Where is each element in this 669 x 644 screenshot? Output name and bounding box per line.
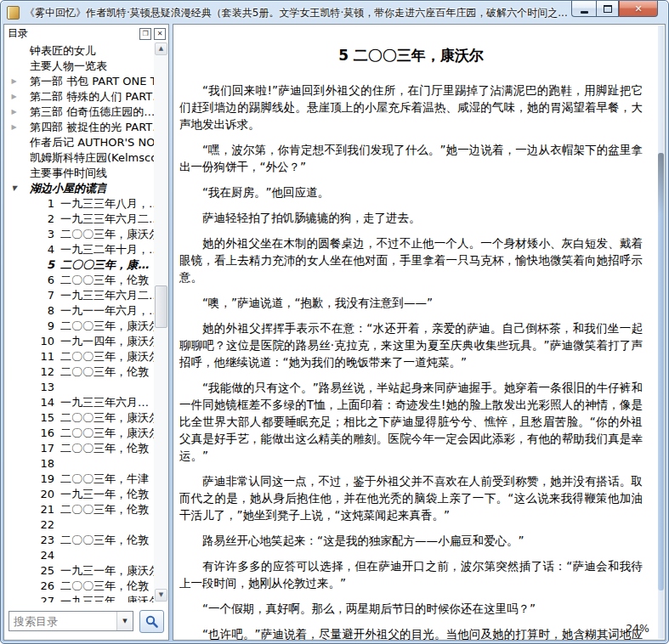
toc-item-number: 20 <box>20 487 54 502</box>
toc-item-number: 12 <box>20 364 54 380</box>
paragraph: 萨迪非常认同这一点，不过，鉴于外祖父并不喜欢在人前受到称赞，她并没有搭话。取而代… <box>179 472 643 523</box>
toc-item-number: 11 <box>20 349 54 364</box>
toc-item[interactable]: 12二〇〇三年，伦敦 <box>4 364 155 380</box>
toc-item[interactable]: 6二〇〇三年，伦敦 <box>4 273 155 288</box>
maximize-button[interactable] <box>596 0 619 17</box>
search-icon <box>145 614 159 629</box>
paragraph: 路易丝开心地笑起来：“这是我的独家配方——小扁豆和爱心。” <box>179 532 643 549</box>
toc-item[interactable]: 5二〇〇三年，康… <box>4 257 155 273</box>
toc-item-label: 二〇〇三年，康沃尔 <box>60 349 155 364</box>
chevron-down-icon[interactable]: ▼ <box>9 181 20 196</box>
toc-item[interactable]: 主要人物一览表 <box>4 59 155 74</box>
toc-item[interactable]: 22 <box>4 517 155 533</box>
toc-item-number: 22 <box>20 517 54 533</box>
reading-progress: 24% <box>626 622 649 635</box>
paragraph: “我在厨房。”他回应道。 <box>179 184 643 201</box>
paragraph: “一个假期，真好啊。那么，两星期后节日的时候你还在这里吗？” <box>179 600 643 617</box>
minimize-button[interactable] <box>571 0 596 17</box>
toc-item[interactable]: ▶第一部 书包 PART ONE T… <box>4 74 155 89</box>
toc-scrollbar[interactable]: ▲ ▼ <box>154 42 168 602</box>
toc-item[interactable]: 26二〇〇三年，伦敦 <box>4 579 155 594</box>
content-scrollbar[interactable] <box>658 25 664 639</box>
content-scrollbar-thumb[interactable] <box>658 153 664 590</box>
chevron-right-icon[interactable]: ▶ <box>9 89 20 105</box>
toc-item[interactable]: 15二〇〇三年，康沃尔 <box>4 410 155 426</box>
paragraph: 有许许多多的应答可以选择，但在萨迪开口之前，波尔第突然插了话：“萨迪会和我待上一… <box>179 557 643 591</box>
toc-item[interactable]: 18 <box>4 456 155 472</box>
toc-item[interactable]: 9二〇〇三年，康沃尔 <box>4 319 155 334</box>
paragraph: “我能做的只有这个。”路易丝说，半站起身来同萨迪握手。她穿着一条很旧的牛仔裤和一… <box>179 379 643 464</box>
toc-item[interactable]: 7一九三三年六月二… <box>4 288 155 303</box>
scroll-down-icon[interactable]: ▼ <box>155 589 167 602</box>
toc-item-number: 26 <box>20 579 54 594</box>
toc-item-number: 6 <box>20 273 54 288</box>
toc-item[interactable]: 16二〇〇三年，康沃尔 <box>4 426 155 441</box>
search-combobox[interactable]: ▼ <box>9 611 133 631</box>
search-button[interactable] <box>139 610 164 633</box>
toc-item-number: 15 <box>20 410 54 426</box>
chevron-right-icon[interactable]: ▶ <box>9 74 20 89</box>
toc-item[interactable]: 作者后记 AUTHOR'S NOTE <box>4 135 155 150</box>
toc-item[interactable]: ▶第四部 被捉住的光 PART… <box>4 120 155 135</box>
toc-item[interactable]: 凯姆斯科特庄园(Kelmsco… <box>4 150 155 166</box>
toc-item[interactable]: 19二〇〇三年，牛津 <box>4 472 155 487</box>
toc-item[interactable]: 10一九一四年，康沃尔 <box>4 334 155 349</box>
toc-item[interactable]: ▼湖边小屋的谎言 <box>4 181 155 196</box>
book-icon <box>7 6 20 20</box>
scrollbar-thumb[interactable] <box>155 285 167 328</box>
toc-item[interactable]: 20一九三一年，伦敦 <box>4 487 155 502</box>
toc-item-label: 一九三三年八月，… <box>60 196 155 212</box>
chevron-right-icon[interactable]: ▶ <box>9 120 20 135</box>
close-panel-button[interactable]: ✕ <box>154 28 166 40</box>
close-icon: ✕ <box>634 4 642 14</box>
toc-item[interactable]: 2一九三三年六月二… <box>4 212 155 227</box>
maximize-icon <box>604 5 612 13</box>
toc-item-number: 1 <box>20 196 54 212</box>
toc-panel: 目录 ❐ ✕ 钟表匠的女儿主要人物一览表▶第一部 书包 PART ONE T…▶… <box>3 24 169 641</box>
window-title: 《雾中回忆》作者凯特·莫顿悬疑浪漫经典（套装共5册。文学女王凯特·莫顿，带你走进… <box>25 6 568 20</box>
scroll-up-icon[interactable]: ▲ <box>155 42 167 55</box>
window-controls: ✕ <box>571 0 658 17</box>
toc-item-label: 一九三三年六月二… <box>60 288 155 303</box>
toc-item[interactable]: 11二〇〇三年，康沃尔 <box>4 349 155 364</box>
toc-item[interactable]: 17二〇〇三年，伦敦 <box>4 441 155 456</box>
toc-item[interactable]: 21二〇〇三年，伦敦 <box>4 502 155 517</box>
dropdown-arrow-icon[interactable]: ▼ <box>116 612 133 630</box>
toc-item-label: 一九三三年，康沃尔 <box>60 594 155 602</box>
toc-item-number: 16 <box>20 426 54 441</box>
content-scrollbar-shade <box>658 153 664 214</box>
search-row: ▼ <box>4 602 168 640</box>
toc-item[interactable]: 4一九三二年十月，… <box>4 242 155 257</box>
toc-item-label: 一九三一年，康沃尔 <box>60 563 155 579</box>
search-input[interactable] <box>9 612 116 630</box>
toc-item[interactable]: ▶第三部 伯奇伍德庄园的… <box>4 105 155 120</box>
paragraph: “噢，”萨迪说道，“抱歉，我没有注意到——” <box>179 294 643 311</box>
toc-item[interactable]: 钟表匠的女儿 <box>4 43 155 59</box>
toc-item-label: 一九三一年，伦敦 <box>60 487 149 502</box>
toc-item[interactable]: 8一九一一年六月，… <box>4 303 155 319</box>
toc-item[interactable]: 主要事件时间线 <box>4 166 155 181</box>
toc-item-label: 凯姆斯科特庄园(Kelmsco… <box>30 150 155 166</box>
toc-item-number: 3 <box>20 227 54 242</box>
toc-item[interactable]: 13 <box>4 380 155 395</box>
toc-item-label: 二〇〇三年，伦敦 <box>60 579 149 594</box>
chapter-text: “我们回来啦!”萨迪回到外祖父的住所，在门厅里踢掉了沾满泥巴的跑鞋，用脚趾把它们… <box>179 82 643 641</box>
toc-item[interactable]: 23二〇〇三年，伦敦 <box>4 533 155 548</box>
toc-item[interactable]: ▶第二部 特殊的人们 PART… <box>4 89 155 105</box>
toc-item[interactable]: 27一九三三年，康沃尔 <box>4 594 155 602</box>
toc-item[interactable]: 1一九三三年八月，… <box>4 196 155 212</box>
toc-item[interactable]: 25一九三一年，康沃尔 <box>4 563 155 579</box>
close-button[interactable]: ✕ <box>619 0 658 17</box>
toc-item-number: 14 <box>20 395 54 410</box>
reading-pane[interactable]: 5 二〇〇三年，康沃尔 “我们回来啦!”萨迪回到外祖父的住所，在门厅里踢掉了沾满… <box>173 24 666 641</box>
toc-item[interactable]: 14一九三三年六月… <box>4 395 155 410</box>
toc-item[interactable]: 24 <box>4 548 155 563</box>
toc-item-label: 一九三二年十月，… <box>60 242 155 257</box>
chevron-right-icon[interactable]: ▶ <box>9 105 20 120</box>
title-bar[interactable]: 《雾中回忆》作者凯特·莫顿悬疑浪漫经典（套装共5册。文学女王凯特·莫顿，带你走进… <box>1 1 668 23</box>
toc-item-number: 10 <box>20 334 54 349</box>
toc-item[interactable]: 3二〇〇三年，康沃尔 <box>4 227 155 242</box>
float-panel-button[interactable]: ❐ <box>139 28 151 40</box>
toc-item-number: 18 <box>20 456 54 472</box>
toc-item-number: 21 <box>20 502 54 517</box>
